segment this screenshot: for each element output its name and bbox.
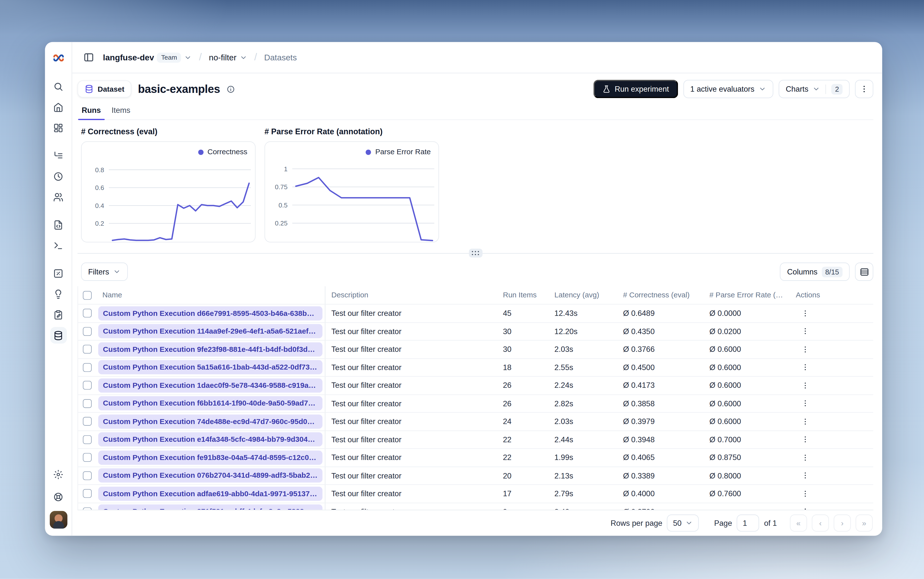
run-name-link[interactable]: Custom Python Execution 076b2704-341d-48…	[98, 468, 323, 483]
sidebar-item-home[interactable]	[50, 99, 67, 115]
row-actions-button[interactable]	[798, 450, 813, 465]
run-name-link[interactable]: Custom Python Execution adfae619-abb0-4d…	[98, 487, 323, 501]
row-actions-button[interactable]	[798, 487, 813, 501]
run-description-cell: Test our filter creator	[325, 345, 497, 354]
row-actions-button[interactable]	[798, 505, 813, 510]
sidebar-toggle-icon[interactable]	[80, 49, 97, 65]
filters-button[interactable]: Filters	[81, 263, 128, 281]
next-page-button[interactable]: ›	[834, 514, 851, 532]
table-row[interactable]: Custom Python Execution f6bb1614-1f90-40…	[78, 395, 873, 413]
chevron-down-icon	[813, 85, 820, 93]
rows-per-page-select[interactable]: 50	[667, 514, 699, 532]
column-header-3[interactable]: Latency (avg)	[549, 291, 617, 299]
column-header-1[interactable]: Description	[325, 291, 497, 299]
charts-button[interactable]: Charts 2	[778, 80, 850, 98]
sidebar-item-dashboard[interactable]	[50, 119, 67, 136]
active-evaluators-button[interactable]: 1 active evaluators	[683, 80, 773, 98]
row-checkbox[interactable]	[83, 471, 92, 480]
run-name-link[interactable]: Custom Python Execution f6bb1614-1f90-40…	[98, 396, 323, 411]
row-actions-button[interactable]	[798, 378, 813, 393]
row-actions-button[interactable]	[798, 324, 813, 339]
page-number-input[interactable]	[737, 514, 759, 532]
langfuse-logo[interactable]	[50, 49, 67, 66]
row-actions-button[interactable]	[798, 468, 813, 483]
run-name-link[interactable]: Custom Python Execution 5a15a616-1bab-44…	[98, 360, 323, 375]
row-actions-button[interactable]	[798, 306, 813, 321]
drag-handle[interactable]	[469, 249, 482, 257]
column-header-0[interactable]: Name	[96, 286, 325, 304]
sidebar-item-file-code[interactable]	[50, 216, 67, 233]
row-checkbox[interactable]	[83, 327, 92, 336]
row-checkbox[interactable]	[83, 309, 92, 317]
column-header-2[interactable]: Run Items	[497, 291, 549, 299]
run-name-link[interactable]: Custom Python Execution e14fa348-5cfc-49…	[98, 432, 323, 447]
column-header-5[interactable]: # Parse Error Rate (an...	[704, 291, 790, 299]
row-checkbox[interactable]	[83, 489, 92, 498]
row-actions-button[interactable]	[798, 360, 813, 375]
select-all-checkbox[interactable]	[83, 291, 92, 299]
first-page-button[interactable]: «	[790, 514, 807, 532]
table-row[interactable]: Custom Python Execution 5a15a616-1bab-44…	[78, 359, 873, 377]
row-checkbox[interactable]	[83, 399, 92, 408]
row-actions-button[interactable]	[798, 414, 813, 429]
sidebar-item-clock[interactable]	[50, 168, 67, 185]
table-row[interactable]: Custom Python Execution fe91b83e-04a5-47…	[78, 449, 873, 467]
sidebar-item-search[interactable]	[50, 78, 67, 95]
table-row[interactable]: Custom Python Execution 371f531c-abff-4d…	[78, 503, 873, 510]
home-icon	[53, 102, 63, 112]
row-checkbox[interactable]	[83, 381, 92, 390]
sidebar-item-terminal[interactable]	[50, 237, 67, 254]
table-row[interactable]: Custom Python Execution 1daec0f9-5e78-43…	[78, 377, 873, 395]
row-actions-button[interactable]	[798, 432, 813, 447]
row-checkbox-cell	[78, 345, 96, 354]
sidebar-item-percent-square[interactable]	[50, 265, 67, 281]
info-icon[interactable]	[226, 85, 235, 93]
table-row[interactable]: Custom Python Execution 9fe23f98-881e-44…	[78, 340, 873, 358]
sidebar-item-clipboard-edit[interactable]	[50, 306, 67, 323]
app-window: langfuse-dev Team / no-filter / Datasets	[45, 42, 882, 536]
row-height-button[interactable]	[855, 263, 873, 281]
column-header-4[interactable]: # Correctness (eval)	[617, 291, 703, 299]
row-actions-button[interactable]	[798, 342, 813, 357]
tab-runs[interactable]: Runs	[82, 106, 101, 119]
columns-button[interactable]: Columns 8/15	[780, 263, 850, 281]
table-row[interactable]: Custom Python Execution adfae619-abb0-4d…	[78, 485, 873, 503]
sidebar-item-trace-tree[interactable]	[50, 147, 67, 164]
sidebar-item-lightbulb[interactable]	[50, 286, 67, 302]
previous-page-button[interactable]: ‹	[812, 514, 829, 532]
table-row[interactable]: Custom Python Execution e14fa348-5cfc-49…	[78, 431, 873, 449]
breadcrumb-org[interactable]: langfuse-dev Team	[103, 52, 192, 62]
sidebar-item-database[interactable]	[50, 327, 67, 343]
row-checkbox[interactable]	[83, 345, 92, 354]
row-checkbox[interactable]	[83, 507, 92, 510]
table-row[interactable]: Custom Python Execution 74de488e-ec9d-47…	[78, 413, 873, 431]
run-name-link[interactable]: Custom Python Execution 371f531c-abff-4d…	[98, 505, 323, 510]
table-row[interactable]: Custom Python Execution 076b2704-341d-48…	[78, 467, 873, 485]
column-header-6[interactable]: Actions	[790, 291, 873, 299]
user-avatar[interactable]	[49, 511, 67, 529]
run-name-link[interactable]: Custom Python Execution 114aa9ef-29e6-4e…	[98, 324, 323, 339]
tab-items[interactable]: Items	[111, 106, 130, 119]
table-row[interactable]: Custom Python Execution 114aa9ef-29e6-4e…	[78, 322, 873, 340]
row-actions-button[interactable]	[798, 396, 813, 411]
run-name-link[interactable]: Custom Python Execution 1daec0f9-5e78-43…	[98, 378, 323, 393]
more-actions-button[interactable]	[855, 80, 873, 98]
breadcrumb-section[interactable]: Datasets	[264, 53, 297, 62]
table-row[interactable]: Custom Python Execution d66e7991-8595-45…	[78, 304, 873, 322]
last-page-button[interactable]: »	[855, 514, 873, 532]
run-name-link[interactable]: Custom Python Execution 74de488e-ec9d-47…	[98, 414, 323, 429]
run-name-link[interactable]: Custom Python Execution d66e7991-8595-45…	[98, 306, 323, 321]
sidebar-item-settings[interactable]	[50, 466, 67, 483]
row-checkbox[interactable]	[83, 453, 92, 462]
run-experiment-button[interactable]: Run experiment	[593, 80, 678, 98]
sidebar-item-lifebuoy[interactable]	[50, 488, 67, 505]
sidebar-item-users[interactable]	[50, 189, 67, 205]
row-checkbox[interactable]	[83, 363, 92, 372]
run-name-link[interactable]: Custom Python Execution 9fe23f98-881e-44…	[98, 342, 323, 357]
breadcrumb-project[interactable]: no-filter	[209, 53, 247, 62]
kebab-icon	[801, 471, 809, 480]
row-checkbox[interactable]	[83, 435, 92, 444]
run-name-link[interactable]: Custom Python Execution fe91b83e-04a5-47…	[98, 450, 323, 465]
run-description-cell: Test our filter creator	[325, 381, 497, 390]
row-checkbox[interactable]	[83, 417, 92, 426]
